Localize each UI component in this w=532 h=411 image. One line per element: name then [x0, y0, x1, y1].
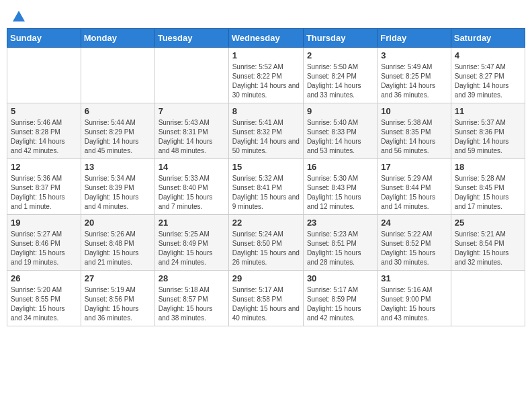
- day-number: 2: [307, 50, 373, 60]
- day-info: Sunrise: 5:17 AM Sunset: 8:58 PM Dayligh…: [232, 285, 300, 323]
- calendar-cell: 13Sunrise: 5:34 AM Sunset: 8:39 PM Dayli…: [81, 159, 154, 215]
- day-number: 17: [381, 162, 447, 172]
- calendar-cell: 18Sunrise: 5:28 AM Sunset: 8:45 PM Dayli…: [451, 159, 525, 215]
- column-header-sunday: Sunday: [7, 29, 81, 48]
- column-header-wednesday: Wednesday: [228, 29, 303, 48]
- calendar-cell: 5Sunrise: 5:46 AM Sunset: 8:28 PM Daylig…: [7, 103, 81, 159]
- day-number: 1: [232, 50, 300, 60]
- day-info: Sunrise: 5:37 AM Sunset: 8:36 PM Dayligh…: [455, 118, 521, 156]
- day-info: Sunrise: 5:28 AM Sunset: 8:45 PM Dayligh…: [455, 174, 521, 212]
- calendar-cell: 17Sunrise: 5:29 AM Sunset: 8:44 PM Dayli…: [378, 159, 451, 215]
- day-number: 13: [85, 162, 151, 172]
- day-info: Sunrise: 5:41 AM Sunset: 8:32 PM Dayligh…: [232, 118, 300, 156]
- column-header-saturday: Saturday: [451, 29, 525, 48]
- day-number: 11: [455, 106, 521, 116]
- calendar-cell: 20Sunrise: 5:26 AM Sunset: 8:48 PM Dayli…: [81, 215, 154, 271]
- day-info: Sunrise: 5:16 AM Sunset: 9:00 PM Dayligh…: [381, 285, 447, 323]
- day-info: Sunrise: 5:29 AM Sunset: 8:44 PM Dayligh…: [381, 174, 447, 212]
- day-number: 30: [307, 273, 373, 283]
- calendar-cell: 7Sunrise: 5:43 AM Sunset: 8:31 PM Daylig…: [154, 103, 228, 159]
- column-header-thursday: Thursday: [303, 29, 377, 48]
- day-number: 14: [159, 162, 225, 172]
- logo: [11, 9, 26, 20]
- calendar-cell: 6Sunrise: 5:44 AM Sunset: 8:29 PM Daylig…: [81, 103, 154, 159]
- day-number: 29: [232, 273, 300, 283]
- day-number: 15: [232, 162, 300, 172]
- day-info: Sunrise: 5:30 AM Sunset: 8:43 PM Dayligh…: [307, 174, 373, 212]
- day-info: Sunrise: 5:24 AM Sunset: 8:50 PM Dayligh…: [232, 230, 300, 267]
- day-info: Sunrise: 5:52 AM Sunset: 8:22 PM Dayligh…: [232, 62, 300, 100]
- day-info: Sunrise: 5:50 AM Sunset: 8:24 PM Dayligh…: [307, 62, 373, 100]
- day-info: Sunrise: 5:18 AM Sunset: 8:57 PM Dayligh…: [159, 285, 225, 323]
- calendar-week-row: 26Sunrise: 5:20 AM Sunset: 8:55 PM Dayli…: [7, 271, 525, 326]
- day-info: Sunrise: 5:36 AM Sunset: 8:37 PM Dayligh…: [11, 174, 77, 212]
- day-info: Sunrise: 5:26 AM Sunset: 8:48 PM Dayligh…: [85, 230, 151, 267]
- day-info: Sunrise: 5:20 AM Sunset: 8:55 PM Dayligh…: [11, 285, 77, 323]
- day-info: Sunrise: 5:21 AM Sunset: 8:54 PM Dayligh…: [455, 230, 521, 267]
- calendar-cell: 11Sunrise: 5:37 AM Sunset: 8:36 PM Dayli…: [451, 103, 525, 159]
- logo-icon: [11, 9, 26, 24]
- calendar-cell: 1Sunrise: 5:52 AM Sunset: 8:22 PM Daylig…: [228, 48, 303, 103]
- day-number: 5: [11, 106, 77, 116]
- day-number: 21: [159, 218, 225, 228]
- calendar-cell: [7, 48, 81, 103]
- calendar-cell: [81, 48, 154, 103]
- column-header-monday: Monday: [81, 29, 154, 48]
- calendar-header-row: SundayMondayTuesdayWednesdayThursdayFrid…: [7, 29, 525, 48]
- calendar-cell: [154, 48, 228, 103]
- day-info: Sunrise: 5:40 AM Sunset: 8:33 PM Dayligh…: [307, 118, 373, 156]
- calendar-week-row: 12Sunrise: 5:36 AM Sunset: 8:37 PM Dayli…: [7, 159, 525, 215]
- column-header-friday: Friday: [378, 29, 451, 48]
- day-info: Sunrise: 5:47 AM Sunset: 8:27 PM Dayligh…: [455, 62, 521, 100]
- column-header-tuesday: Tuesday: [154, 29, 228, 48]
- day-number: 26: [11, 273, 77, 283]
- calendar-cell: 14Sunrise: 5:33 AM Sunset: 8:40 PM Dayli…: [154, 159, 228, 215]
- calendar-table: SundayMondayTuesdayWednesdayThursdayFrid…: [7, 28, 525, 326]
- calendar-cell: 26Sunrise: 5:20 AM Sunset: 8:55 PM Dayli…: [7, 271, 81, 326]
- calendar-cell: 9Sunrise: 5:40 AM Sunset: 8:33 PM Daylig…: [303, 103, 377, 159]
- day-number: 25: [455, 218, 521, 228]
- calendar-cell: [451, 271, 525, 326]
- day-number: 19: [11, 218, 77, 228]
- day-number: 31: [381, 273, 447, 283]
- calendar-cell: 4Sunrise: 5:47 AM Sunset: 8:27 PM Daylig…: [451, 48, 525, 103]
- day-number: 7: [159, 106, 225, 116]
- day-number: 24: [381, 218, 447, 228]
- day-info: Sunrise: 5:32 AM Sunset: 8:41 PM Dayligh…: [232, 174, 300, 212]
- day-info: Sunrise: 5:22 AM Sunset: 8:52 PM Dayligh…: [381, 230, 447, 267]
- calendar-cell: 30Sunrise: 5:17 AM Sunset: 8:59 PM Dayli…: [303, 271, 377, 326]
- calendar-cell: 15Sunrise: 5:32 AM Sunset: 8:41 PM Dayli…: [228, 159, 303, 215]
- day-info: Sunrise: 5:27 AM Sunset: 8:46 PM Dayligh…: [11, 230, 77, 267]
- day-number: 23: [307, 218, 373, 228]
- calendar-week-row: 1Sunrise: 5:52 AM Sunset: 8:22 PM Daylig…: [7, 48, 525, 103]
- calendar-cell: 10Sunrise: 5:38 AM Sunset: 8:35 PM Dayli…: [378, 103, 451, 159]
- day-number: 4: [455, 50, 521, 60]
- calendar-cell: 22Sunrise: 5:24 AM Sunset: 8:50 PM Dayli…: [228, 215, 303, 271]
- day-number: 6: [85, 106, 151, 116]
- day-number: 22: [232, 218, 300, 228]
- calendar-week-row: 19Sunrise: 5:27 AM Sunset: 8:46 PM Dayli…: [7, 215, 525, 271]
- day-info: Sunrise: 5:44 AM Sunset: 8:29 PM Dayligh…: [85, 118, 151, 156]
- day-number: 9: [307, 106, 373, 116]
- calendar-cell: 12Sunrise: 5:36 AM Sunset: 8:37 PM Dayli…: [7, 159, 81, 215]
- calendar-cell: 27Sunrise: 5:19 AM Sunset: 8:56 PM Dayli…: [81, 271, 154, 326]
- calendar-cell: 25Sunrise: 5:21 AM Sunset: 8:54 PM Dayli…: [451, 215, 525, 271]
- calendar-cell: 16Sunrise: 5:30 AM Sunset: 8:43 PM Dayli…: [303, 159, 377, 215]
- day-number: 10: [381, 106, 447, 116]
- svg-marker-0: [13, 11, 25, 21]
- calendar-cell: 2Sunrise: 5:50 AM Sunset: 8:24 PM Daylig…: [303, 48, 377, 103]
- day-info: Sunrise: 5:19 AM Sunset: 8:56 PM Dayligh…: [85, 285, 151, 323]
- calendar-week-row: 5Sunrise: 5:46 AM Sunset: 8:28 PM Daylig…: [7, 103, 525, 159]
- day-info: Sunrise: 5:33 AM Sunset: 8:40 PM Dayligh…: [159, 174, 225, 212]
- day-info: Sunrise: 5:46 AM Sunset: 8:28 PM Dayligh…: [11, 118, 77, 156]
- day-number: 3: [381, 50, 447, 60]
- header: [7, 7, 525, 23]
- day-info: Sunrise: 5:43 AM Sunset: 8:31 PM Dayligh…: [159, 118, 225, 156]
- day-info: Sunrise: 5:38 AM Sunset: 8:35 PM Dayligh…: [381, 118, 447, 156]
- day-info: Sunrise: 5:17 AM Sunset: 8:59 PM Dayligh…: [307, 285, 373, 323]
- day-info: Sunrise: 5:49 AM Sunset: 8:25 PM Dayligh…: [381, 62, 447, 100]
- calendar-cell: 23Sunrise: 5:23 AM Sunset: 8:51 PM Dayli…: [303, 215, 377, 271]
- day-number: 27: [85, 273, 151, 283]
- calendar-cell: 21Sunrise: 5:25 AM Sunset: 8:49 PM Dayli…: [154, 215, 228, 271]
- day-number: 28: [159, 273, 225, 283]
